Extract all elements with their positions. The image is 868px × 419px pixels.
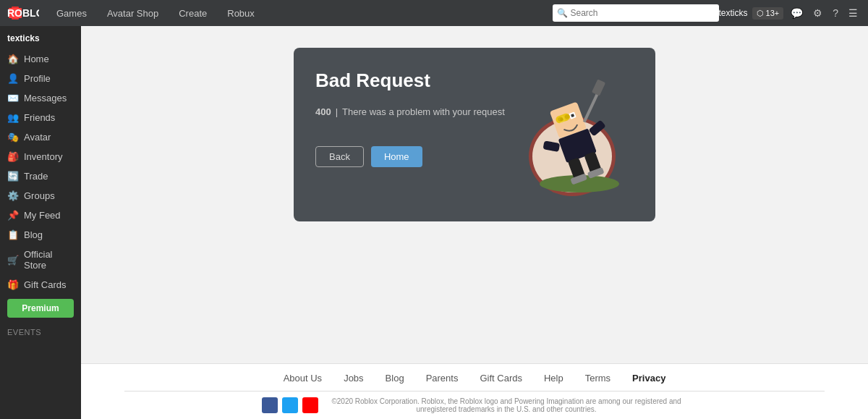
footer-link-terms[interactable]: Terms [585,373,610,384]
sidebar-item-trade[interactable]: 🔄 Trade [0,166,81,186]
sidebar-item-profile[interactable]: 👤 Profile [0,69,81,88]
error-description: 400 | There was a problem with your requ… [315,106,511,117]
profile-icon: 👤 [7,73,19,84]
sidebar-label-groups: Groups [24,190,55,201]
sidebar-item-my-feed[interactable]: 📌 My Feed [0,206,81,225]
nav-robux[interactable]: Robux [217,0,265,26]
sidebar-label-home: Home [24,54,49,64]
error-text: Bad Request 400 | There was a problem wi… [315,69,511,167]
sidebar-label-messages: Messages [24,93,67,103]
logo[interactable]: ROBLOX [7,6,39,20]
sidebar-item-friends[interactable]: 👥 Friends [0,108,81,127]
svg-text:ROBLOX: ROBLOX [7,7,39,19]
sidebar-item-blog[interactable]: 📋 Blog [0,225,81,245]
footer: About Us Jobs Blog Parents Gift Cards He… [81,363,868,419]
footer-link-gift-cards[interactable]: Gift Cards [480,373,522,384]
sidebar-label-avatar: Avatar [24,132,51,143]
search-input[interactable] [571,8,715,18]
footer-links: About Us Jobs Blog Parents Gift Cards He… [81,373,868,384]
help-icon[interactable]: ? [830,6,841,20]
sidebar-item-home[interactable]: 🏠 Home [0,49,81,69]
error-container: Bad Request 400 | There was a problem wi… [294,48,655,221]
svg-rect-22 [592,79,605,96]
nav-create[interactable]: Create [169,0,217,26]
footer-link-blog[interactable]: Blog [386,373,404,384]
sidebar-item-official-store[interactable]: 🛒 Official Store [0,245,81,275]
sidebar-label-inventory: Inventory [24,151,62,162]
error-separator: | [336,106,338,117]
sidebar-item-groups[interactable]: ⚙️ Groups [0,186,81,206]
sidebar-label-my-feed: My Feed [24,210,61,221]
sidebar-label-gift-cards: Gift Cards [24,279,67,290]
footer-divider [124,391,825,392]
sidebar-events-label: Events [0,322,81,338]
twitter-icon[interactable] [282,397,298,413]
my-feed-icon: 📌 [7,210,19,221]
blog-icon: 📋 [7,229,19,240]
nav-avatar-shop[interactable]: Avatar Shop [97,0,169,26]
error-buttons: Back Home [315,146,511,167]
home-icon: 🏠 [7,54,19,64]
error-title: Bad Request [315,69,511,92]
messages-icon: ✉️ [7,93,19,103]
premium-button[interactable]: Premium [7,299,74,318]
groups-icon: ⚙️ [7,190,19,201]
nav-username: texticks [719,8,748,18]
robux-balance[interactable]: ⬡ 13+ [752,7,784,20]
footer-link-parents[interactable]: Parents [426,373,459,384]
trade-icon: 🔄 [7,171,19,182]
youtube-icon[interactable] [302,397,318,413]
sidebar: texticks 🏠 Home 👤 Profile ✉️ Messages 👥 … [0,26,81,419]
gift-cards-icon: 🎁 [7,279,19,290]
sidebar-item-inventory[interactable]: 🎒 Inventory [0,147,81,166]
nav-games[interactable]: Games [46,0,97,26]
official-store-icon: 🛒 [7,255,19,266]
robux-amount: 13+ [766,9,780,17]
chat-icon[interactable]: 💬 [788,6,806,20]
sidebar-item-gift-cards[interactable]: 🎁 Gift Cards [0,275,81,295]
search-bar[interactable]: 🔍 [553,4,719,22]
sidebar-item-messages[interactable]: ✉️ Messages [0,88,81,108]
content-wrapper: Bad Request 400 | There was a problem wi… [81,26,868,419]
content-area: Bad Request 400 | There was a problem wi… [81,26,868,363]
sidebar-item-avatar[interactable]: 🎭 Avatar [0,127,81,147]
back-button[interactable]: Back [315,146,364,167]
inventory-icon: 🎒 [7,151,19,162]
error-message: There was a problem with your request [342,106,505,117]
footer-bottom: ©2020 Roblox Corporation. Roblox, the Ro… [81,397,868,413]
error-illustration [511,69,634,200]
settings-nav-icon[interactable]: ⚙ [810,6,825,20]
search-icon: 🔍 [557,8,568,18]
footer-link-jobs[interactable]: Jobs [344,373,363,384]
footer-link-about-us[interactable]: About Us [284,373,322,384]
friends-icon: 👥 [7,112,19,123]
footer-link-help[interactable]: Help [544,373,563,384]
sidebar-label-official-store: Official Store [24,249,74,271]
sidebar-label-trade: Trade [24,171,48,182]
sidebar-label-profile: Profile [24,73,51,84]
facebook-icon[interactable] [262,397,278,413]
sidebar-label-friends: Friends [24,112,55,123]
footer-social [262,397,318,413]
sidebar-label-blog: Blog [24,229,43,240]
nav-links: Games Avatar Shop Create Robux [46,0,553,26]
gear-icon[interactable]: ☰ [846,6,861,20]
avatar-icon: 🎭 [7,132,19,143]
main-layout: texticks 🏠 Home 👤 Profile ✉️ Messages 👥 … [0,26,868,419]
footer-copyright: ©2020 Roblox Corporation. Roblox, the Ro… [326,397,687,413]
error-code: 400 [315,106,331,117]
footer-link-privacy[interactable]: Privacy [632,373,665,384]
sidebar-username: texticks [0,30,81,49]
nav-right: texticks ⬡ 13+ 💬 ⚙ ? ☰ [719,6,861,20]
top-navigation: ROBLOX Games Avatar Shop Create Robux 🔍 … [0,0,868,26]
robux-icon: ⬡ [757,9,764,18]
home-button[interactable]: Home [371,146,422,167]
